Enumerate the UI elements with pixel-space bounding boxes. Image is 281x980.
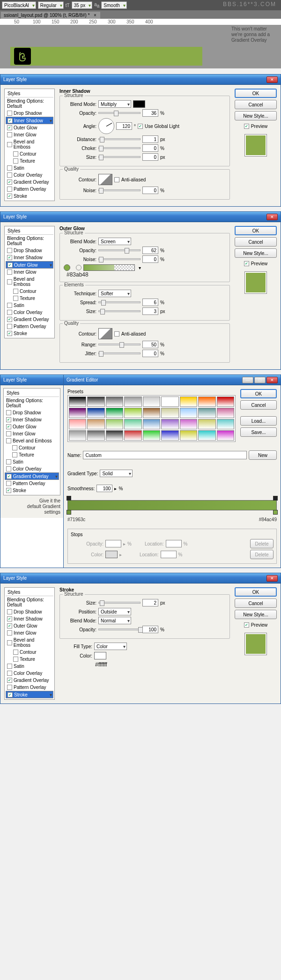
- preset-swatch[interactable]: [87, 419, 104, 429]
- choke-slider[interactable]: [98, 147, 140, 149]
- spread-input[interactable]: 6: [142, 299, 158, 306]
- stroke-color-swatch[interactable]: [94, 652, 106, 659]
- gradient-preview[interactable]: [83, 264, 135, 271]
- preset-swatch[interactable]: [180, 419, 197, 429]
- preset-swatch[interactable]: [69, 430, 86, 441]
- preset-swatch[interactable]: [69, 419, 86, 429]
- smoothness-input[interactable]: 100: [96, 485, 112, 492]
- save-button[interactable]: Save...: [240, 427, 277, 437]
- angle-input[interactable]: 120: [116, 122, 132, 130]
- close-icon[interactable]: ×: [94, 13, 96, 18]
- style-row[interactable]: Satin: [6, 165, 53, 172]
- opacity-slider[interactable]: [98, 112, 140, 114]
- preset-swatch[interactable]: [106, 430, 123, 441]
- opacity-input[interactable]: 62: [142, 247, 158, 254]
- color-stop-right[interactable]: [273, 510, 278, 515]
- style-row-stroke[interactable]: Stroke: [6, 691, 53, 698]
- cancel-button[interactable]: Cancel: [240, 400, 277, 410]
- stop-location-input[interactable]: [166, 540, 182, 547]
- size-input[interactable]: 3: [142, 307, 158, 315]
- contour-picker[interactable]: [98, 328, 112, 339]
- blending-options[interactable]: Blending Options: Default: [6, 97, 53, 110]
- font-family-dropdown[interactable]: PicoBlackAl: [2, 1, 36, 9]
- opacity-input[interactable]: 36: [142, 109, 158, 117]
- blend-mode-select[interactable]: Screen: [98, 238, 131, 245]
- contour-picker[interactable]: [98, 174, 112, 185]
- size-slider[interactable]: [98, 156, 140, 158]
- font-size-dropdown[interactable]: 35 px: [72, 1, 92, 9]
- preset-swatch[interactable]: [69, 408, 86, 418]
- preset-swatch[interactable]: [217, 396, 234, 407]
- preset-swatch[interactable]: [161, 430, 178, 441]
- titlebar[interactable]: Layer Style ✕: [0, 75, 281, 85]
- gradient-type-select[interactable]: Solid: [100, 470, 133, 477]
- preset-swatch[interactable]: [106, 408, 123, 418]
- window-close-button[interactable]: ✕: [266, 377, 278, 383]
- blend-mode-select[interactable]: Normal: [98, 617, 131, 624]
- window-close-button[interactable]: ✕: [266, 76, 278, 83]
- gradient-name-input[interactable]: [83, 451, 247, 459]
- opacity-slider[interactable]: [98, 628, 140, 630]
- preset-swatch[interactable]: [198, 419, 215, 429]
- minimize-button[interactable]: —: [242, 377, 253, 383]
- titlebar[interactable]: Layer Style: [0, 375, 63, 385]
- preset-swatch[interactable]: [217, 430, 234, 441]
- preset-swatch[interactable]: [143, 408, 160, 418]
- noise-slider[interactable]: [98, 189, 140, 191]
- size-slider[interactable]: [98, 310, 140, 312]
- preset-swatch[interactable]: [87, 408, 104, 418]
- style-row[interactable]: Outer Glow: [6, 124, 53, 131]
- gradient-radio[interactable]: [76, 265, 81, 270]
- preset-swatch[interactable]: [124, 396, 141, 407]
- maximize-button[interactable]: □: [254, 377, 266, 383]
- preset-swatch[interactable]: [161, 408, 178, 418]
- preset-swatch[interactable]: [143, 430, 160, 441]
- delete-button[interactable]: Delete: [250, 539, 274, 548]
- preset-swatch[interactable]: [69, 396, 86, 407]
- range-input[interactable]: 50: [142, 341, 158, 348]
- opacity-input[interactable]: 100: [142, 626, 158, 633]
- style-row-gradient-overlay[interactable]: Gradient Overlay: [5, 472, 59, 480]
- antialiased-checkbox[interactable]: [114, 331, 119, 337]
- ok-button[interactable]: OK: [235, 587, 277, 597]
- preview-checkbox[interactable]: [244, 622, 249, 628]
- style-row[interactable]: Pattern Overlay: [6, 186, 53, 193]
- style-row-inner-shadow[interactable]: Inner Shadow: [6, 117, 53, 124]
- preset-swatch[interactable]: [180, 430, 197, 441]
- style-row[interactable]: Contour: [6, 150, 53, 157]
- angle-dial[interactable]: [98, 118, 114, 134]
- glow-color-radio[interactable]: [64, 264, 70, 271]
- preset-swatch[interactable]: [106, 396, 123, 407]
- ok-button[interactable]: OK: [240, 389, 277, 398]
- color-swatch[interactable]: [133, 100, 145, 108]
- preset-swatch[interactable]: [198, 408, 215, 418]
- style-row[interactable]: Texture: [6, 157, 53, 165]
- ok-button[interactable]: OK: [235, 89, 277, 98]
- delete-button[interactable]: Delete: [250, 550, 274, 559]
- noise-slider[interactable]: [98, 258, 140, 260]
- stop-opacity-input[interactable]: [105, 540, 121, 547]
- load-button[interactable]: Load...: [240, 416, 277, 426]
- preset-swatch[interactable]: [87, 396, 104, 407]
- spread-slider[interactable]: [98, 301, 140, 303]
- antialiased-checkbox[interactable]: [114, 177, 119, 182]
- preset-swatch[interactable]: [217, 408, 234, 418]
- document-tab[interactable]: ssioanl_layout.psd @ 100% (t, RGB/8#) * …: [1, 12, 100, 19]
- antialias-dropdown[interactable]: Smooth: [101, 1, 126, 9]
- size-slider[interactable]: [98, 602, 140, 604]
- new-button[interactable]: New: [249, 450, 277, 460]
- noise-input[interactable]: 0: [142, 187, 158, 194]
- distance-input[interactable]: 1: [142, 135, 158, 143]
- style-row[interactable]: Inner Glow: [6, 131, 53, 138]
- window-close-button[interactable]: ✕: [266, 575, 278, 582]
- range-slider[interactable]: [98, 344, 140, 345]
- position-select[interactable]: Outside: [98, 608, 131, 615]
- color-stop-left[interactable]: [67, 510, 71, 515]
- choke-input[interactable]: 0: [142, 144, 158, 152]
- blend-mode-select[interactable]: Multiply: [98, 100, 131, 108]
- gradient-presets-grid[interactable]: [67, 395, 236, 442]
- preview-checkbox[interactable]: [244, 124, 249, 129]
- technique-select[interactable]: Softer: [98, 290, 131, 297]
- size-input[interactable]: 2: [142, 599, 158, 606]
- new-style-button[interactable]: New Style...: [235, 111, 277, 120]
